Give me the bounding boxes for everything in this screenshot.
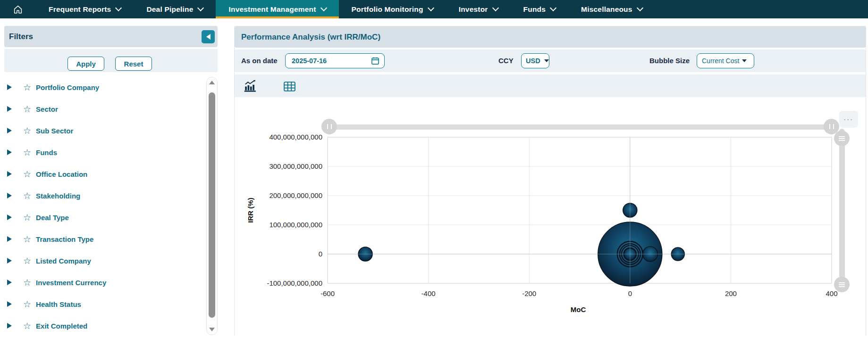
home-icon [13, 4, 23, 15]
filter-item-investment-currency[interactable]: ☆Investment Currency [4, 272, 202, 293]
nav-item-investor[interactable]: Investor [446, 0, 511, 18]
bubble-chart[interactable]: -600-400-2000200400400,000,000,000300,00… [235, 97, 866, 336]
filter-item-sector[interactable]: ☆Sector [4, 98, 202, 120]
filter-item-transaction-type[interactable]: ☆Transaction Type [4, 228, 202, 250]
favorite-star-icon[interactable]: ☆ [23, 235, 31, 244]
scroll-up-icon[interactable] [209, 81, 215, 84]
y-tick-label: -100,000,000,000 [267, 279, 322, 287]
y-tick-label: 200,000,000,000 [269, 191, 322, 199]
filter-item-stakeholding[interactable]: ☆Stakeholding [4, 185, 202, 206]
favorite-star-icon[interactable]: ☆ [23, 213, 31, 222]
favorite-star-icon[interactable]: ☆ [23, 322, 31, 330]
table-view-icon[interactable] [282, 79, 297, 94]
favorite-star-icon[interactable]: ☆ [23, 83, 31, 92]
chevron-down-icon [428, 5, 434, 11]
x-tick-label: -200 [522, 289, 536, 297]
bubble-size-value: Current Cost [702, 57, 739, 65]
nav-item-deal-pipeline[interactable]: Deal Pipeline [134, 0, 216, 18]
filter-item-exit-completed[interactable]: ☆Exit Completed [4, 315, 202, 337]
expand-arrow-icon[interactable] [7, 106, 12, 112]
expand-arrow-icon[interactable] [7, 280, 12, 285]
x-tick-label: -600 [320, 289, 335, 297]
expand-arrow-icon[interactable] [7, 193, 12, 198]
scrollbar-thumb[interactable] [209, 92, 215, 318]
x-tick-label: 0 [628, 289, 632, 297]
expand-arrow-icon[interactable] [7, 149, 12, 155]
bubble-size-select[interactable]: Current Cost [697, 53, 754, 68]
filter-item-label: Deal Type [36, 214, 69, 222]
chevron-down-icon [742, 59, 747, 62]
y-axis-title: IRR (%) [246, 198, 254, 223]
view-toggle-row [235, 74, 866, 97]
expand-arrow-icon[interactable] [7, 301, 12, 307]
bubble-size-label: Bubble Size [649, 49, 690, 72]
filters-header: Filters [4, 26, 218, 47]
collapse-left-icon [206, 34, 211, 40]
filter-item-label: Portfolio Company [36, 83, 99, 91]
nav-item-portfolio-monitoring[interactable]: Portfolio Monitoring [339, 0, 446, 18]
filter-item-label: Health Status [36, 300, 81, 308]
x-tick-label: -400 [421, 289, 436, 297]
chevron-down-icon [544, 59, 549, 62]
favorite-star-icon[interactable]: ☆ [23, 191, 31, 200]
filter-item-funds[interactable]: ☆Funds [4, 141, 202, 163]
nav-item-miscellaneous[interactable]: Miscellaneous [568, 0, 655, 18]
as-on-date-value: 2025-07-16 [292, 57, 327, 65]
filter-item-label: Exit Completed [36, 322, 87, 330]
filter-item-portfolio-company[interactable]: ☆Portfolio Company [4, 76, 202, 98]
filter-item-office-location[interactable]: ☆Office Location [4, 163, 202, 185]
nav-home-button[interactable] [0, 0, 36, 18]
favorite-star-icon[interactable]: ☆ [23, 126, 31, 135]
filter-item-label: Sub Sector [36, 127, 73, 135]
nav-item-label: Miscellaneous [581, 5, 632, 14]
filter-item-label: Sector [36, 105, 58, 113]
filter-item-label: Investment Currency [36, 279, 106, 287]
filter-item-label: Transaction Type [36, 235, 93, 243]
filter-item-label: Stakeholding [36, 192, 80, 200]
x-tick-label: 400 [826, 289, 837, 297]
filter-item-listed-company[interactable]: ☆Listed Company [4, 250, 202, 272]
filter-item-sub-sector[interactable]: ☆Sub Sector [4, 120, 202, 141]
chevron-down-icon [197, 5, 204, 11]
calendar-icon[interactable] [371, 56, 380, 66]
filter-item-deal-type[interactable]: ☆Deal Type [4, 206, 202, 228]
reset-button[interactable]: Reset [115, 57, 152, 71]
panel-header: Performance Analysis (wrt IRR/MoC) [235, 26, 866, 48]
as-on-date-input[interactable]: 2025-07-16 [285, 53, 385, 68]
expand-arrow-icon[interactable] [7, 236, 12, 242]
y-tick-label: 400,000,000,000 [269, 133, 322, 141]
chart-view-icon[interactable] [243, 79, 258, 94]
scroll-down-icon[interactable] [209, 328, 215, 331]
nav-item-label: Investor [459, 5, 488, 14]
collapse-filters-button[interactable] [202, 30, 215, 43]
chevron-down-icon [637, 5, 643, 11]
favorite-star-icon[interactable]: ☆ [23, 300, 31, 309]
favorite-star-icon[interactable]: ☆ [23, 256, 31, 265]
filter-list: ☆Portfolio Company☆Sector☆Sub Sector☆Fun… [4, 76, 202, 337]
filter-actions-bar: Apply Reset [4, 49, 218, 72]
nav-item-label: Portfolio Monitoring [352, 5, 423, 14]
apply-button[interactable]: Apply [67, 57, 104, 71]
favorite-star-icon[interactable]: ☆ [23, 278, 31, 287]
chevron-down-icon [320, 5, 327, 11]
ccy-select[interactable]: USD [521, 53, 549, 68]
nav-item-investment-management[interactable]: Investment Management [216, 0, 338, 18]
performance-analysis-panel: Performance Analysis (wrt IRR/MoC) As on… [234, 26, 866, 336]
nav-item-frequent-reports[interactable]: Frequent Reports [36, 0, 134, 18]
filter-item-health-status[interactable]: ☆Health Status [4, 293, 202, 315]
sidebar-scrollbar[interactable] [206, 77, 218, 335]
expand-arrow-icon[interactable] [7, 84, 12, 90]
expand-arrow-icon[interactable] [7, 214, 12, 220]
expand-arrow-icon[interactable] [7, 258, 12, 264]
favorite-star-icon[interactable]: ☆ [23, 148, 31, 157]
chevron-down-icon [550, 5, 556, 11]
favorite-star-icon[interactable]: ☆ [23, 170, 31, 179]
page-title: Performance Analysis (wrt IRR/MoC) [241, 33, 380, 42]
expand-arrow-icon[interactable] [7, 323, 12, 329]
expand-arrow-icon[interactable] [7, 171, 12, 177]
favorite-star-icon[interactable]: ☆ [23, 105, 31, 114]
chevron-down-icon [492, 5, 498, 11]
bubble-chart-region: ··· -600-400-2000200400400,000,000,00030… [235, 97, 866, 336]
nav-item-funds[interactable]: Funds [511, 0, 569, 18]
expand-arrow-icon[interactable] [7, 128, 12, 133]
